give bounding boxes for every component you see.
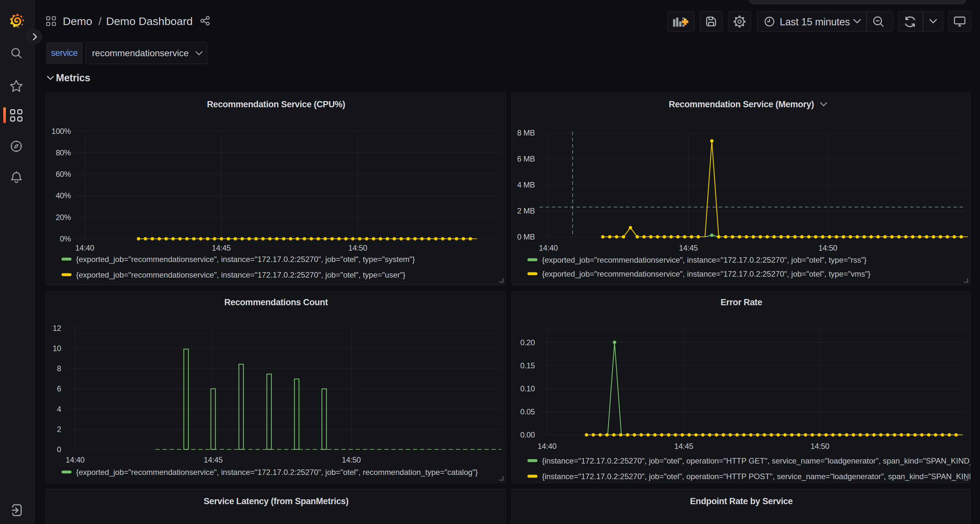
svg-text:6 MB: 6 MB: [517, 154, 535, 163]
svg-text:4: 4: [57, 405, 61, 413]
svg-text:0 MB: 0 MB: [517, 232, 535, 241]
svg-text:20%: 20%: [56, 213, 71, 222]
svg-text:40%: 40%: [56, 191, 71, 200]
svg-text:100%: 100%: [51, 127, 71, 135]
svg-text:14:40: 14:40: [538, 442, 556, 451]
svg-text:0: 0: [57, 445, 61, 454]
svg-text:14:45: 14:45: [675, 442, 693, 451]
svg-text:Recommendations Count: Recommendations Count: [224, 297, 328, 307]
svg-text:Endpoint Rate by Service: Endpoint Rate by Service: [690, 496, 793, 506]
svg-text:{exported_job="recommendations: {exported_job="recommendationservice", i…: [76, 270, 406, 279]
svg-text:14:40: 14:40: [539, 243, 558, 252]
svg-text:14:40: 14:40: [75, 243, 94, 252]
svg-text:0.15: 0.15: [520, 361, 535, 370]
svg-text:{exported_job="recommendations: {exported_job="recommendationservice", i…: [542, 270, 870, 278]
svg-text:14:50: 14:50: [348, 243, 367, 252]
svg-text:2: 2: [57, 425, 61, 433]
svg-text:14:40: 14:40: [66, 456, 84, 464]
svg-text:{exported_job="recommendations: {exported_job="recommendationservice", i…: [542, 256, 867, 264]
svg-text:2 MB: 2 MB: [517, 206, 535, 215]
svg-text:0.20: 0.20: [520, 338, 535, 347]
svg-text:0.05: 0.05: [520, 407, 535, 416]
svg-text:14:45: 14:45: [212, 243, 231, 252]
svg-text:10: 10: [52, 344, 61, 353]
svg-text:0.10: 0.10: [520, 384, 535, 393]
svg-text:Error Rate: Error Rate: [721, 297, 762, 307]
svg-text:6: 6: [57, 384, 61, 393]
svg-text:{instance="172.17.0.2:25270",: {instance="172.17.0.2:25270", job="otel"…: [542, 456, 970, 465]
svg-text:Recommendation Service (Memory: Recommendation Service (Memory): [669, 100, 814, 109]
svg-text:{exported_job="recommendations: {exported_job="recommendationservice", i…: [76, 255, 415, 264]
svg-text:14:50: 14:50: [818, 243, 837, 252]
svg-text:8 MB: 8 MB: [517, 129, 535, 137]
svg-text:14:45: 14:45: [679, 243, 698, 252]
svg-text:Recommendation Service (CPU%): Recommendation Service (CPU%): [207, 100, 345, 109]
svg-text:14:50: 14:50: [342, 456, 361, 464]
svg-text:60%: 60%: [56, 170, 71, 178]
svg-text:0.00: 0.00: [520, 430, 535, 439]
svg-text:12: 12: [52, 324, 61, 332]
svg-text:80%: 80%: [56, 148, 71, 157]
svg-text:4 MB: 4 MB: [517, 180, 535, 189]
svg-text:Service Latency (from SpanMetr: Service Latency (from SpanMetrics): [204, 496, 348, 506]
svg-text:{exported_job="recommendations: {exported_job="recommendationservice", i…: [76, 468, 478, 476]
svg-text:8: 8: [57, 364, 61, 373]
svg-text:{instance="172.17.0.2:25270",: {instance="172.17.0.2:25270", job="otel"…: [542, 472, 970, 481]
svg-text:14:50: 14:50: [811, 442, 829, 451]
svg-text:14:45: 14:45: [204, 456, 223, 464]
svg-text:0%: 0%: [60, 234, 71, 243]
